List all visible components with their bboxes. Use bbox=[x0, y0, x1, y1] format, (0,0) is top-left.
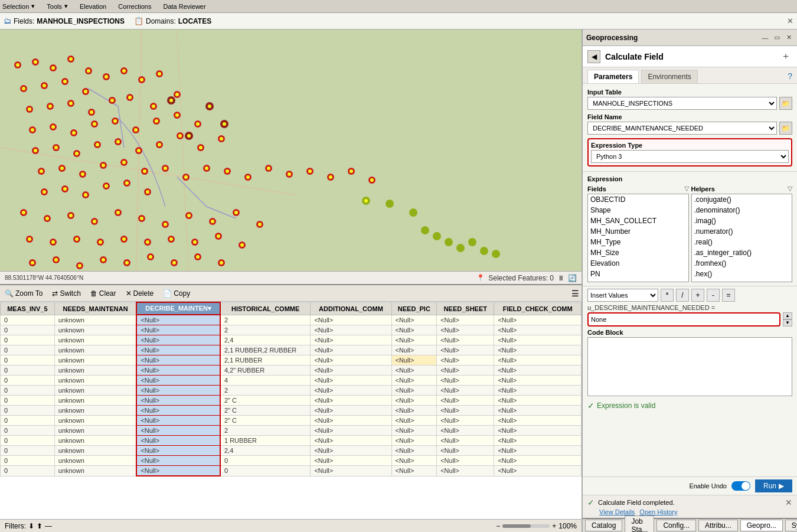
table-cell[interactable]: 0 bbox=[1, 325, 55, 335]
delete-button[interactable]: ✕ Delete bbox=[123, 288, 156, 299]
copy-button[interactable]: 📄 Copy bbox=[161, 288, 192, 299]
table-cell[interactable]: <Null> bbox=[391, 325, 437, 335]
table-cell[interactable]: <Null> bbox=[494, 416, 582, 426]
gp-add-button[interactable]: ＋ bbox=[779, 50, 792, 63]
table-cell[interactable]: <Null> bbox=[494, 396, 582, 406]
table-cell[interactable]: 2 bbox=[220, 426, 311, 436]
table-cell[interactable]: 0 bbox=[1, 406, 55, 416]
table-cell[interactable]: 0 bbox=[1, 456, 55, 466]
table-cell[interactable]: <Null> bbox=[437, 335, 494, 345]
close-fields-bar-icon[interactable]: ✕ bbox=[787, 17, 793, 25]
table-cell[interactable]: <Null> bbox=[437, 325, 494, 335]
table-cell[interactable]: 0 bbox=[1, 315, 55, 325]
table-cell[interactable]: <Null> bbox=[437, 376, 494, 386]
table-cell[interactable]: unknown bbox=[54, 386, 136, 396]
run-button[interactable]: Run ▶ bbox=[755, 479, 792, 492]
table-cell[interactable]: unknown bbox=[54, 446, 136, 456]
table-cell[interactable]: 0 bbox=[1, 355, 55, 365]
table-cell[interactable]: <Null> bbox=[391, 386, 437, 396]
table-cell[interactable]: <Null> bbox=[494, 386, 582, 396]
map-canvas[interactable]: + bbox=[0, 30, 582, 271]
tools-menu[interactable]: Tools ▾ bbox=[47, 2, 68, 10]
table-cell[interactable]: <Null> bbox=[391, 376, 437, 386]
op-add-button[interactable]: + bbox=[691, 289, 704, 302]
corrections-menu[interactable]: Corrections bbox=[118, 3, 151, 10]
table-cell[interactable]: <Null> bbox=[437, 355, 494, 365]
helpers-list-item[interactable]: .hex() bbox=[692, 269, 792, 279]
table-cell[interactable]: <Null> bbox=[391, 456, 437, 466]
table-cell[interactable]: <Null> bbox=[136, 436, 220, 446]
helpers-filter-icon[interactable]: ▽ bbox=[788, 185, 792, 192]
table-cell[interactable]: <Null> bbox=[311, 466, 391, 476]
gp-back-button[interactable]: ◀ bbox=[587, 50, 600, 63]
table-cell[interactable]: <Null> bbox=[311, 386, 391, 396]
open-history-link[interactable]: Open History bbox=[639, 508, 677, 515]
table-cell[interactable]: <Null> bbox=[391, 406, 437, 416]
table-cell[interactable]: 0 bbox=[1, 386, 55, 396]
tab-attribu[interactable]: Attribu... bbox=[698, 520, 738, 531]
table-cell[interactable]: <Null> bbox=[311, 406, 391, 416]
col-header-needs-maintenan[interactable]: NEEDS_MAINTENAN bbox=[54, 302, 136, 315]
table-cell[interactable]: 2 bbox=[220, 325, 311, 335]
table-cell[interactable]: <Null> bbox=[494, 345, 582, 355]
table-cell[interactable]: unknown bbox=[54, 345, 136, 355]
helpers-list-item[interactable]: .imag() bbox=[692, 216, 792, 226]
table-cell[interactable]: 2,4 bbox=[220, 335, 311, 345]
table-cell[interactable]: 0 bbox=[220, 466, 311, 476]
table-cell[interactable]: unknown bbox=[54, 416, 136, 426]
tab-geopro[interactable]: Geopro... bbox=[740, 520, 783, 531]
input-table-folder-button[interactable]: 📁 bbox=[779, 97, 792, 110]
fields-list-item[interactable]: MH_Size bbox=[588, 247, 688, 258]
table-cell[interactable]: 2 bbox=[220, 315, 311, 325]
expression-text-input[interactable] bbox=[587, 312, 780, 327]
table-cell[interactable]: <Null> bbox=[494, 446, 582, 456]
table-cell[interactable]: <Null> bbox=[391, 416, 437, 426]
table-cell[interactable]: unknown bbox=[54, 335, 136, 345]
table-cell[interactable]: <Null> bbox=[391, 446, 437, 456]
field-name-folder-button[interactable]: 📁 bbox=[779, 122, 792, 135]
table-cell[interactable]: unknown bbox=[54, 355, 136, 365]
table-cell[interactable]: <Null> bbox=[136, 406, 220, 416]
table-cell[interactable]: <Null> bbox=[136, 466, 220, 476]
table-cell[interactable]: <Null> bbox=[437, 466, 494, 476]
fields-list-item[interactable]: PN bbox=[588, 269, 688, 279]
op-subtract-button[interactable]: - bbox=[707, 289, 720, 302]
table-cell[interactable]: <Null> bbox=[494, 335, 582, 345]
table-cell[interactable]: <Null> bbox=[437, 406, 494, 416]
table-cell[interactable]: <Null> bbox=[136, 386, 220, 396]
table-cell[interactable]: <Null> bbox=[136, 416, 220, 426]
table-cell[interactable]: unknown bbox=[54, 315, 136, 325]
col-header-need-pic[interactable]: NEED_PIC bbox=[391, 302, 437, 315]
table-cell[interactable]: <Null> bbox=[311, 416, 391, 426]
table-cell[interactable]: 2 bbox=[220, 386, 311, 396]
table-cell[interactable]: <Null> bbox=[391, 396, 437, 406]
table-cell[interactable]: <Null> bbox=[311, 426, 391, 436]
table-cell[interactable]: 0 bbox=[1, 376, 55, 386]
table-cell[interactable]: <Null> bbox=[391, 315, 437, 325]
table-cell[interactable]: <Null> bbox=[136, 355, 220, 365]
zoom-plus-icon[interactable]: + bbox=[552, 522, 556, 530]
table-cell[interactable]: <Null> bbox=[136, 396, 220, 406]
switch-button[interactable]: ⇄ Switch bbox=[50, 288, 83, 299]
table-cell[interactable]: 0 bbox=[1, 396, 55, 406]
zoom-to-button[interactable]: 🔍 Zoom To bbox=[2, 288, 45, 299]
table-content[interactable]: MEAS_INV_5 NEEDS_MAINTENAN DECRIBE_MAINT… bbox=[0, 302, 582, 519]
table-cell[interactable]: 0 bbox=[1, 446, 55, 456]
op-divide-button[interactable]: / bbox=[676, 289, 689, 302]
table-cell[interactable]: <Null> bbox=[494, 376, 582, 386]
col-header-additional-comm[interactable]: ADDITIONAL_COMM bbox=[311, 302, 391, 315]
expression-stepper-down[interactable]: ▼ bbox=[783, 319, 792, 327]
table-cell[interactable]: <Null> bbox=[494, 436, 582, 446]
table-cell[interactable]: <Null> bbox=[311, 345, 391, 355]
tab-catalog[interactable]: Catalog bbox=[585, 520, 622, 531]
table-cell[interactable]: <Null> bbox=[391, 355, 437, 365]
table-cell[interactable]: <Null> bbox=[391, 365, 437, 376]
table-cell[interactable]: unknown bbox=[54, 466, 136, 476]
table-cell[interactable]: <Null> bbox=[136, 365, 220, 376]
fields-list-item[interactable]: MH_Type bbox=[588, 237, 688, 247]
table-cell[interactable]: <Null> bbox=[311, 355, 391, 365]
table-cell[interactable]: 0 bbox=[1, 416, 55, 426]
helpers-list-item[interactable]: .fromhex() bbox=[692, 258, 792, 269]
table-cell[interactable]: 2,4 bbox=[220, 446, 311, 456]
table-cell[interactable]: unknown bbox=[54, 396, 136, 406]
